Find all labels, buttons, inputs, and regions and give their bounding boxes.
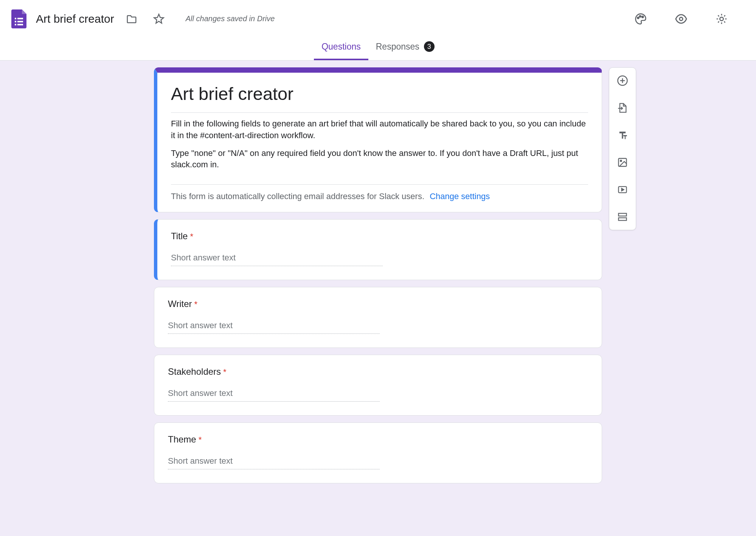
svg-rect-4 [15, 24, 16, 25]
main-content-area: Art brief creator Fill in the following … [0, 61, 756, 536]
question-label: Title* [171, 231, 588, 242]
question-card-writer[interactable]: Writer* Short answer text [154, 287, 602, 348]
required-star-icon: * [199, 435, 202, 444]
add-title-button[interactable] [615, 128, 630, 143]
short-answer-placeholder: Short answer text [168, 456, 380, 469]
svg-rect-5 [17, 24, 23, 25]
email-notice-text: This form is automatically collecting em… [171, 192, 424, 201]
star-button[interactable] [151, 11, 167, 27]
svg-point-6 [637, 17, 639, 19]
header-top-row: Art brief creator All changes saved in D… [0, 0, 756, 30]
short-answer-placeholder: Short answer text [168, 321, 380, 334]
tab-responses[interactable]: Responses 3 [368, 41, 442, 60]
svg-point-15 [620, 160, 622, 162]
app-header: Art brief creator All changes saved in D… [0, 0, 756, 61]
header-right-actions [633, 11, 745, 27]
document-title[interactable]: Art brief creator [36, 12, 114, 25]
form-description-p2: Type "none" or "N/A" on any required fie… [171, 148, 588, 171]
import-questions-button[interactable] [615, 100, 630, 115]
side-toolbar [609, 67, 636, 230]
add-section-button[interactable] [615, 209, 630, 224]
svg-rect-1 [17, 18, 23, 19]
required-star-icon: * [190, 232, 193, 241]
settings-button[interactable] [714, 11, 730, 27]
form-header-card[interactable]: Art brief creator Fill in the following … [154, 67, 602, 212]
svg-rect-2 [15, 21, 16, 22]
form-container: Art brief creator Fill in the following … [154, 67, 602, 483]
question-card-theme[interactable]: Theme* Short answer text [154, 422, 602, 483]
preview-button[interactable] [673, 11, 689, 27]
add-question-button[interactable] [615, 73, 630, 88]
required-star-icon: * [194, 299, 198, 309]
svg-rect-18 [618, 218, 626, 220]
svg-point-10 [720, 17, 723, 20]
svg-rect-17 [618, 213, 626, 216]
add-video-button[interactable] [615, 182, 630, 197]
short-answer-placeholder: Short answer text [168, 388, 380, 402]
tabs-row: Questions Responses 3 [0, 30, 756, 60]
form-description-p1: Fill in the following fields to generate… [171, 118, 588, 142]
tab-responses-label: Responses [376, 42, 419, 52]
tab-questions[interactable]: Questions [314, 42, 368, 60]
question-card-title[interactable]: Title* Short answer text [154, 219, 602, 280]
required-star-icon: * [223, 367, 227, 377]
save-status-text: All changes saved in Drive [186, 14, 275, 23]
customize-theme-button[interactable] [633, 11, 649, 27]
tab-questions-label: Questions [321, 42, 361, 52]
question-label: Writer* [168, 299, 588, 309]
svg-point-8 [642, 16, 643, 17]
question-card-stakeholders[interactable]: Stakeholders* Short answer text [154, 355, 602, 416]
change-settings-link[interactable]: Change settings [430, 192, 490, 201]
svg-rect-3 [17, 21, 23, 22]
question-label: Theme* [168, 434, 588, 445]
form-description[interactable]: Fill in the following fields to generate… [171, 118, 588, 181]
svg-rect-0 [15, 18, 16, 19]
svg-point-9 [680, 17, 683, 21]
email-collection-notice: This form is automatically collecting em… [171, 184, 588, 201]
add-image-button[interactable] [615, 155, 630, 170]
short-answer-placeholder: Short answer text [171, 253, 383, 266]
divider [171, 112, 588, 113]
question-label: Stakeholders* [168, 366, 588, 377]
forms-logo-icon[interactable] [11, 9, 26, 28]
form-title[interactable]: Art brief creator [171, 83, 588, 108]
move-to-folder-button[interactable] [124, 11, 140, 27]
svg-point-7 [640, 16, 641, 17]
responses-count-badge: 3 [424, 41, 435, 52]
